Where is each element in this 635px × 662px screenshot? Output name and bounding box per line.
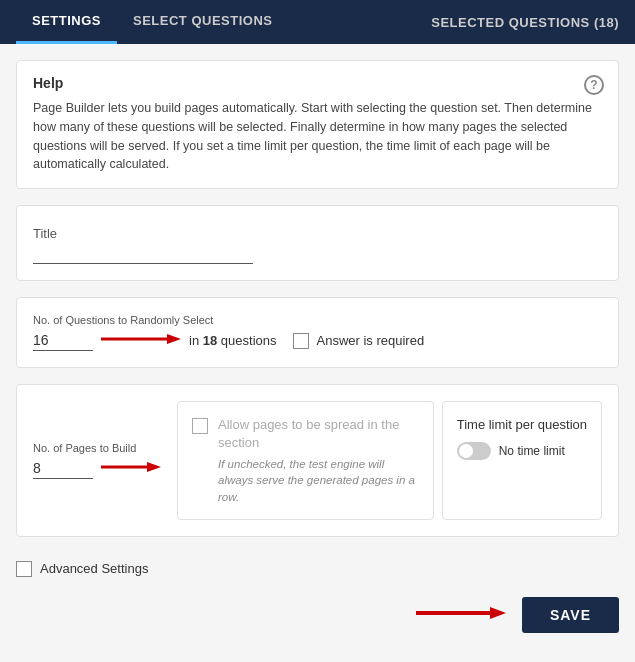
tab-select-questions[interactable]: SELECT QUESTIONS — [117, 0, 288, 44]
svg-marker-1 — [167, 334, 181, 344]
pages-input-wrap — [33, 458, 161, 479]
header-tabs: SETTINGS SELECT QUESTIONS — [16, 0, 288, 44]
answer-required-checkbox[interactable] — [293, 333, 309, 349]
app-header: SETTINGS SELECT QUESTIONS SELECTED QUEST… — [0, 0, 635, 44]
time-limit-box: Time limit per question No time limit — [442, 401, 602, 520]
answer-required-label: Answer is required — [317, 333, 425, 348]
pages-field-label: No. of Pages to Build — [33, 442, 161, 454]
pages-left: No. of Pages to Build — [33, 401, 177, 520]
toggle-knob — [459, 444, 473, 458]
help-title: Help — [33, 75, 602, 91]
help-text: Page Builder lets you build pages automa… — [33, 99, 602, 174]
main-content: Help Page Builder lets you build pages a… — [0, 44, 635, 657]
in-questions-text: in 18 questions — [189, 333, 277, 348]
allow-pages-note: If unchecked, the test engine will alway… — [218, 456, 419, 504]
tab-settings[interactable]: SETTINGS — [16, 0, 117, 44]
pages-input[interactable] — [33, 458, 93, 479]
pages-arrow-icon — [101, 460, 161, 477]
advanced-settings-label: Advanced Settings — [40, 561, 148, 576]
questions-section: No. of Questions to Randomly Select in 1… — [16, 297, 619, 368]
questions-input-wrap: in 18 questions Answer is required — [33, 330, 602, 351]
time-limit-toggle[interactable] — [457, 442, 491, 460]
svg-marker-3 — [147, 462, 161, 472]
pages-row: No. of Pages to Build Allow page — [33, 401, 602, 520]
save-area: SAVE — [16, 585, 619, 641]
title-label: Title — [33, 226, 602, 241]
help-icon[interactable]: ? — [584, 75, 604, 95]
questions-arrow-icon — [101, 332, 181, 349]
title-field-wrap: Title — [33, 222, 602, 264]
allow-pages-label: Allow pages to be spread in the section — [218, 416, 419, 452]
questions-input[interactable] — [33, 330, 93, 351]
questions-field-group: No. of Questions to Randomly Select in 1… — [33, 314, 602, 351]
pages-section: No. of Pages to Build Allow page — [16, 384, 619, 537]
svg-marker-5 — [490, 607, 506, 619]
time-limit-title: Time limit per question — [457, 416, 587, 434]
advanced-settings-row: Advanced Settings — [16, 553, 619, 585]
time-limit-toggle-row: No time limit — [457, 442, 587, 460]
questions-field-label: No. of Questions to Randomly Select — [33, 314, 602, 326]
advanced-settings-checkbox[interactable] — [16, 561, 32, 577]
answer-required-row: Answer is required — [293, 333, 425, 349]
allow-pages-text: Allow pages to be spread in the section … — [218, 416, 419, 505]
save-button[interactable]: SAVE — [522, 597, 619, 633]
selected-questions-count: SELECTED QUESTIONS (18) — [431, 0, 619, 44]
save-arrow-icon — [416, 603, 506, 626]
title-input[interactable] — [33, 243, 253, 264]
no-time-label: No time limit — [499, 444, 565, 458]
allow-pages-checkbox[interactable] — [192, 418, 208, 434]
title-section: Title — [16, 205, 619, 281]
help-box: Help Page Builder lets you build pages a… — [16, 60, 619, 189]
pages-middle: Allow pages to be spread in the section … — [177, 401, 434, 520]
